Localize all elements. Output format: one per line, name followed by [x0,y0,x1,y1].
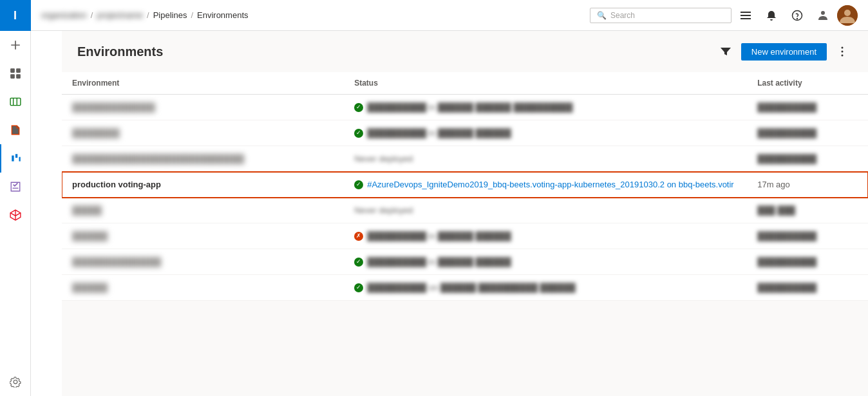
status-content: ██████████ in ██████ ██████ [354,128,737,138]
env-status-cell: ██████████ in ██████ ██████ [344,120,747,146]
svg-point-16 [842,47,844,49]
project-name: projectname [97,10,143,20]
environments-table-container: Environment Status Last activity ███████… [62,72,868,301]
last-activity-text: ██████████ [757,128,816,138]
last-activity-text: ██████████ [757,154,816,164]
search-icon: 🔍 [597,11,607,20]
env-last-activity-cell: ███ ███ [747,198,868,223]
col-last-activity: Last activity [747,72,868,95]
artifacts-icon [10,209,21,221]
more-options-button[interactable] [832,41,853,62]
notifications-button[interactable] [760,4,783,27]
svg-point-15 [844,10,851,16]
status-text: ██████████ in ██████ ██████ ██████████ [367,102,572,112]
list-icon [740,10,751,21]
help-icon [791,10,803,21]
pipelines-link[interactable]: Pipelines [153,10,187,20]
sidebar-item-testplans[interactable] [0,173,31,201]
avatar-image [837,5,858,26]
status-dot-green [354,258,363,267]
page-title: Environments [77,44,715,59]
env-name[interactable]: production voting-app [72,180,161,189]
status-dot-green [354,283,363,292]
svg-rect-1 [16,68,21,73]
breadcrumb-sep1: / [91,10,93,20]
table-row[interactable]: █████████████████████████ in ██████ ████… [62,249,868,275]
environments-table: Environment Status Last activity ███████… [62,72,868,301]
env-last-activity-cell: ██████████ [747,223,868,249]
last-activity-text: ███ ███ [757,205,795,215]
svg-rect-10 [741,18,751,19]
account-button[interactable] [811,4,835,27]
overview-icon [10,68,21,79]
sidebar-item-repos[interactable] [0,116,31,144]
status-text: Never deployed [354,154,413,164]
status-dot-red [354,232,363,241]
table-row[interactable]: ████████████████ on ██████ ██████████ ██… [62,275,868,301]
status-content: Never deployed [354,205,737,215]
svg-rect-2 [10,74,15,79]
env-status-cell: #AzureDevops_IgniteDemo2019_bbq-beets.vo… [344,172,747,198]
org-name: organization [41,10,87,20]
search-placeholder: Search [610,11,635,20]
new-environment-button[interactable]: New environment [741,43,827,61]
search-box[interactable]: 🔍 Search [590,8,731,23]
env-name[interactable]: ██████████████ [72,102,155,112]
avatar[interactable] [837,5,858,26]
env-name-cell: ██████ [62,223,344,249]
help-button[interactable] [786,4,809,27]
env-name[interactable]: ██████ [72,231,108,241]
status-content: ██████████ in ██████ ██████ [354,231,737,241]
settings-icon [10,376,21,388]
environments-link[interactable]: Environments [197,10,248,20]
env-name-cell: ██████████████ [62,95,344,120]
env-name-cell: ██████ [62,275,344,301]
table-row[interactable]: ████████████████ in ██████ █████████████… [62,223,868,249]
status-text: Never deployed [354,205,413,215]
list-view-button[interactable] [734,4,757,27]
svg-rect-4 [10,98,21,105]
last-activity-text: ██████████ [757,283,816,292]
svg-point-17 [842,51,844,53]
sidebar-logo[interactable]: I [0,0,31,31]
sidebar-item-overview[interactable] [0,59,31,88]
sidebar-item-add[interactable] [0,31,31,59]
filter-button[interactable] [715,41,736,62]
svg-rect-8 [741,12,751,13]
table-row[interactable]: ██████████████████ in ██████ ███████████… [62,120,868,146]
pipelines-icon [10,153,22,164]
sidebar-item-pipelines[interactable] [0,144,31,173]
env-name[interactable]: █████████████████████████████ [72,154,244,164]
svg-rect-9 [741,15,751,16]
logo-letter: I [14,9,17,23]
last-activity-text: ██████████ [757,231,816,241]
sidebar-item-boards[interactable] [0,88,31,116]
table-row[interactable]: ████████████████████████ in ██████ █████… [62,95,868,120]
env-last-activity-cell: ██████████ [747,275,868,301]
env-name[interactable]: ███████████████ [72,257,161,267]
env-name[interactable]: ████████ [72,128,120,138]
status-text: ██████████ in ██████ ██████ [367,128,511,138]
env-status-cell: ██████████ in ██████ ██████ ██████████ [344,95,747,120]
table-row[interactable]: █████Never deployed███ ███ [62,198,868,223]
col-environment: Environment [62,72,344,95]
sidebar: I [0,0,31,396]
env-name[interactable]: ██████ [72,283,108,292]
sidebar-item-settings[interactable] [0,368,31,396]
status-text: ██████████ in ██████ ██████ [367,257,511,267]
env-status-cell: ██████████ in ██████ ██████ [344,249,747,275]
svg-rect-3 [16,74,21,79]
topbar: organization / projectname / Pipelines /… [31,0,868,31]
page-header: Environments New environment [62,31,868,72]
env-name[interactable]: █████ [72,205,102,215]
status-text[interactable]: #AzureDevops_IgniteDemo2019_bbq-beets.vo… [367,180,734,189]
status-text: ██████████ in ██████ ██████ [367,231,511,241]
topbar-right: 🔍 Search [590,4,858,27]
env-name-cell: ████████ [62,120,344,146]
status-dot-green [354,129,363,138]
status-dot-green [354,180,363,189]
table-row[interactable]: █████████████████████████████Never deplo… [62,146,868,172]
sidebar-item-artifacts[interactable] [0,201,31,229]
table-row[interactable]: production voting-app#AzureDevops_Ignite… [62,172,868,198]
testplans-icon [10,181,21,193]
